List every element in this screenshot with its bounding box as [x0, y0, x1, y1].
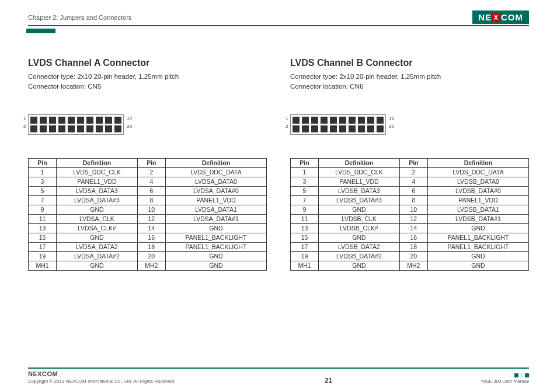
- cell-definition: GND: [57, 233, 138, 242]
- section-b-title: LVDS Channel B Connector: [290, 58, 529, 68]
- pin-square-icon: [311, 117, 318, 124]
- page-number: 21: [325, 377, 332, 384]
- cell-pin: 1: [29, 167, 57, 177]
- cell-pin: 12: [137, 214, 165, 223]
- cell-pin: 5: [29, 186, 57, 195]
- table-row: 5LVDSB_DATA36LVDSB_DATA#0: [291, 186, 529, 195]
- pin-square-icon: [68, 125, 75, 132]
- cell-definition: GND: [165, 261, 266, 270]
- brand-text-before: NE: [478, 12, 492, 22]
- pin-square-icon: [49, 125, 56, 132]
- pin-square-icon: [339, 117, 346, 124]
- th-pin: Pin: [291, 158, 319, 167]
- connector-b-diagram: 1 2 19 20: [290, 114, 529, 135]
- section-a-conn-type: Connector type: 2x10 20-pin header, 1.25…: [28, 72, 267, 82]
- content-area: LVDS Channel A Connector Connector type:…: [28, 58, 529, 271]
- pin-square-icon: [58, 125, 65, 132]
- cell-definition: LVDSA_DATA1: [165, 205, 266, 214]
- pinout-body-a: 1LVDS_DDC_CLK2LVDS_DDC_DATA3PANEL1_VDD4L…: [29, 167, 267, 270]
- table-row: 3PANEL1_VDD4LVDSB_DATA0: [291, 177, 529, 186]
- pinout-table-b: Pin Definition Pin Definition 1LVDS_DDC_…: [290, 158, 529, 271]
- cell-pin: 13: [29, 223, 57, 233]
- cell-pin: 8: [137, 195, 165, 205]
- cell-pin: 7: [29, 195, 57, 205]
- pin-square-icon: [321, 125, 328, 132]
- table-row: 11LVDSA_CLK12LVDSA_DATA#1: [29, 214, 267, 223]
- pin-square-icon: [96, 125, 103, 132]
- cell-pin: 9: [29, 205, 57, 214]
- brand-x-icon: X: [492, 13, 500, 22]
- cell-pin: 18: [399, 242, 427, 251]
- cell-definition: LVDSB_DATA#2: [319, 251, 400, 261]
- pin-square-icon: [293, 117, 300, 124]
- cell-pin: 10: [399, 205, 427, 214]
- footer-brand: NEXCOM: [28, 370, 176, 377]
- pin-square-icon: [114, 117, 121, 124]
- cell-definition: LVDSA_DATA#3: [57, 195, 138, 205]
- pin-square-icon: [96, 117, 103, 124]
- pin-square-icon: [58, 117, 65, 124]
- cell-pin: 15: [291, 233, 319, 242]
- pin-square-icon: [105, 117, 112, 124]
- table-row: 15GND16PANEL1_BACKLIGHT: [291, 233, 529, 242]
- pin-square-icon: [77, 125, 84, 132]
- cell-pin: 4: [137, 177, 165, 186]
- pin-label-1: 1: [23, 116, 26, 121]
- cell-definition: LVDSB_DATA0: [427, 177, 528, 186]
- th-def: Definition: [165, 158, 266, 167]
- table-row: 17LVDSB_DATA218PANEL1_BACKLIGHT: [291, 242, 529, 251]
- cell-definition: LVDSA_DATA2: [57, 242, 138, 251]
- cell-definition: GND: [165, 251, 266, 261]
- pin-square-icon: [30, 125, 37, 132]
- tab-marker-icon: [26, 29, 55, 33]
- th-pin: Pin: [137, 158, 165, 167]
- cell-definition: LVDSA_DATA#0: [165, 186, 266, 195]
- pin-square-icon: [358, 117, 365, 124]
- pin-square-icon: [302, 125, 309, 132]
- cell-definition: LVDSA_CLK: [57, 214, 138, 223]
- pin-square-icon: [293, 125, 300, 132]
- pin-row-bottom: [30, 125, 121, 132]
- cell-pin: 3: [29, 177, 57, 186]
- table-row: 5LVDSA_DATA36LVDSA_DATA#0: [29, 186, 267, 195]
- table-row: 17LVDSA_DATA218PANEL1_BACKLIGHT: [29, 242, 267, 251]
- section-b-conn-type: Connector type: 2x10 20-pin header, 1.25…: [290, 72, 529, 82]
- cell-pin: 2: [399, 167, 427, 177]
- table-row: 1LVDS_DDC_CLK2LVDS_DDC_DATA: [291, 167, 529, 177]
- pinout-body-b: 1LVDS_DDC_CLK2LVDS_DDC_DATA3PANEL1_VDD4L…: [291, 167, 529, 270]
- pin-square-icon: [86, 125, 93, 132]
- cell-definition: GND: [427, 223, 528, 233]
- pin-label-19: 19: [389, 116, 394, 121]
- cell-pin: 6: [137, 186, 165, 195]
- pin-row-top: [293, 117, 384, 124]
- th-def: Definition: [57, 158, 138, 167]
- cell-pin: 12: [399, 214, 427, 223]
- pin-label-2: 2: [23, 124, 26, 129]
- cell-definition: GND: [319, 233, 400, 242]
- pin-square-icon: [40, 117, 47, 124]
- cell-pin: MH1: [291, 261, 319, 270]
- cell-definition: LVDS_DDC_CLK: [57, 167, 138, 177]
- cell-pin: 16: [399, 233, 427, 242]
- cell-pin: 16: [137, 233, 165, 242]
- table-row: 7LVDSB_DATA#38PANEL1_VDD: [291, 195, 529, 205]
- cell-definition: LVDSB_CLK: [319, 214, 400, 223]
- table-row: 9GND10LVDSB_DATA1: [291, 205, 529, 214]
- cell-definition: LVDSA_DATA#2: [57, 251, 138, 261]
- cell-definition: GND: [427, 261, 528, 270]
- pin-square-icon: [321, 117, 328, 124]
- pin-square-icon: [367, 125, 374, 132]
- pin-square-icon: [349, 117, 356, 124]
- table-row: 3PANEL1_VDD4LVDSA_DATA0: [29, 177, 267, 186]
- cell-pin: 4: [399, 177, 427, 186]
- cell-pin: 7: [291, 195, 319, 205]
- cell-definition: LVDSA_DATA0: [165, 177, 266, 186]
- table-row: 1LVDS_DDC_CLK2LVDS_DDC_DATA: [29, 167, 267, 177]
- cell-definition: GND: [319, 261, 400, 270]
- pin-square-icon: [349, 125, 356, 132]
- cell-definition: LVDSB_CLK#: [319, 223, 400, 233]
- cell-pin: 6: [399, 186, 427, 195]
- cell-definition: PANEL1_BACKLIGHT: [165, 233, 266, 242]
- pin-square-icon: [77, 117, 84, 124]
- cell-pin: 3: [291, 177, 319, 186]
